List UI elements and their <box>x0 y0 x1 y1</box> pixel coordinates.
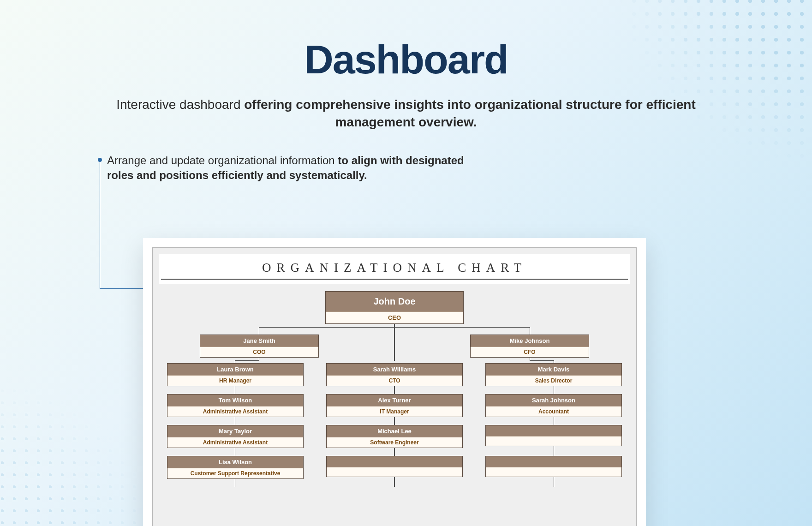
node-role: Administrative Assistant <box>167 406 303 417</box>
node-role: CEO <box>326 311 463 323</box>
node-cto[interactable]: Sarah Williams CTO <box>326 363 463 386</box>
connector <box>235 360 259 361</box>
connector <box>530 327 530 335</box>
org-chart: John Doe CEO Jane Smith COO Mike Johnson… <box>159 291 630 526</box>
subtitle-lead: Interactive dashboard <box>116 97 244 112</box>
node-admin-assist-1[interactable]: Tom Wilson Administrative Assistant <box>167 394 304 417</box>
subtitle-bold: offering comprehensive insights into org… <box>244 97 696 129</box>
page: Dashboard Interactive dashboard offering… <box>0 36 812 526</box>
node-empty-2[interactable] <box>326 456 463 477</box>
node-name: Lisa Wilson <box>167 456 303 468</box>
connector <box>394 327 394 361</box>
node-role: CTO <box>327 375 462 386</box>
chart-paper: ORGANIZATIONAL CHART <box>143 238 646 526</box>
node-coo[interactable]: Jane Smith COO <box>200 335 319 358</box>
annotation-text: Arrange and update organizational inform… <box>107 153 485 183</box>
node-sales[interactable]: Mark Davis Sales Director <box>485 363 622 386</box>
node-role: CFO <box>471 347 589 357</box>
node-name <box>486 425 621 436</box>
node-cfo[interactable]: Mike Johnson CFO <box>470 335 589 358</box>
node-software-engineer[interactable]: Michael Lee Software Engineer <box>326 425 463 448</box>
node-name: Michael Lee <box>327 425 462 437</box>
node-role <box>486 467 621 477</box>
node-accountant[interactable]: Sarah Johnson Accountant <box>485 394 622 417</box>
connector <box>259 327 259 335</box>
node-empty-1[interactable] <box>485 425 622 446</box>
connector <box>530 360 554 361</box>
node-role: Sales Director <box>486 375 621 386</box>
chart-title: ORGANIZATIONAL CHART <box>159 259 630 276</box>
node-ceo[interactable]: John Doe CEO <box>325 291 464 324</box>
node-it-manager[interactable]: Alex Turner IT Manager <box>326 394 463 417</box>
node-empty-3[interactable] <box>485 456 622 477</box>
node-name: Laura Brown <box>167 364 303 375</box>
node-name: Mary Taylor <box>167 425 303 437</box>
node-role: COO <box>200 347 318 357</box>
node-admin-assist-2[interactable]: Mary Taylor Administrative Assistant <box>167 425 304 448</box>
node-csr[interactable]: Lisa Wilson Customer Support Representat… <box>167 456 304 479</box>
node-hr[interactable]: Laura Brown HR Manager <box>167 363 304 386</box>
node-role: HR Manager <box>167 375 303 386</box>
page-title: Dashboard <box>0 36 812 83</box>
node-name <box>486 456 621 467</box>
node-name: Sarah Johnson <box>486 394 621 406</box>
node-role: Software Engineer <box>327 437 462 448</box>
node-name: Alex Turner <box>327 394 462 406</box>
node-name: John Doe <box>326 292 463 311</box>
node-name: Tom Wilson <box>167 394 303 406</box>
node-role <box>327 467 462 477</box>
annotation-lead: Arrange and update organizational inform… <box>107 154 338 167</box>
node-name: Jane Smith <box>200 335 318 347</box>
page-subtitle: Interactive dashboard offering comprehen… <box>111 96 701 131</box>
node-name: Mike Johnson <box>471 335 589 347</box>
node-role: Customer Support Representative <box>167 468 303 478</box>
node-role: Administrative Assistant <box>167 437 303 448</box>
annotation-connector-vertical <box>100 160 100 289</box>
chart-title-wrap: ORGANIZATIONAL CHART <box>159 254 630 284</box>
node-name: Mark Davis <box>486 364 621 375</box>
chart-canvas: ORGANIZATIONAL CHART <box>152 247 637 526</box>
node-role <box>486 436 621 446</box>
node-name: Sarah Williams <box>327 364 462 375</box>
node-role: Accountant <box>486 406 621 417</box>
node-name <box>327 456 462 467</box>
node-role: IT Manager <box>327 406 462 417</box>
chart-title-rule <box>161 279 628 280</box>
